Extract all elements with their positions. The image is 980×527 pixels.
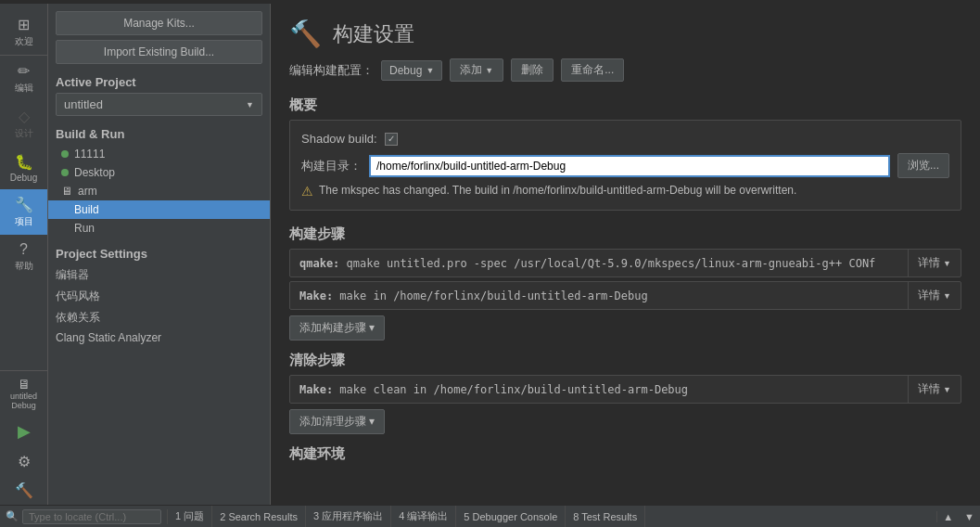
build-step-make: Make: make in /home/forlinx/build-untitl… [289,281,961,310]
run-button[interactable]: ▶ [14,416,34,447]
project-settings-label: Project Settings [48,238,270,264]
hammer-button[interactable]: 🔨 [11,476,37,505]
delete-config-button[interactable]: 删除 [511,58,554,82]
tab-app-output[interactable]: 3 应用程序输出 [306,506,391,527]
settings-link-editor[interactable]: 编辑器 [56,264,262,286]
scroll-down-button[interactable]: ▼ [959,511,980,522]
debug-mini-label: Debug [11,401,36,410]
tab-search-results[interactable]: 2 Search Results [212,506,306,527]
add-arrow-icon: ▼ [485,66,493,75]
build-steps-header: 构建步骤 [271,222,980,249]
bottom-project-area[interactable]: 🖥 untitled Debug [0,370,47,416]
green-dot-icon [61,150,69,158]
project-name: untitled [64,97,103,111]
tree-item-desktop[interactable]: Desktop [48,163,270,182]
sidebar-item-welcome[interactable]: ⊞ 欢迎 [0,9,47,56]
monitor-icon: 🖥 [18,377,31,392]
bottom-bar: 🔍 1 问题 2 Search Results 3 应用程序输出 4 编译输出 … [0,505,980,527]
right-content: 🔨 构建设置 编辑构建配置： Debug ▼ 添加 ▼ 删除 重命名... 概要 [271,4,980,505]
build-dir-label: 构建目录： [301,158,362,174]
tab-issues[interactable]: 1 问题 [168,506,212,527]
build-step-qmake: qmake: qmake untitled.pro -spec /usr/loc… [289,249,961,277]
build-run-label: Build & Run [48,123,270,145]
sidebar-item-debug[interactable]: 🐛 Debug [0,147,47,189]
edit-icon: ✏ [18,62,30,80]
active-project-label: Active Project [48,68,270,93]
sidebar-item-help[interactable]: ? 帮助 [0,235,47,279]
grid-icon: ⊞ [18,16,30,33]
add-config-button[interactable]: 添加 ▼ [450,58,503,82]
overview-section-header: 概要 [271,93,980,120]
settings-link-clang[interactable]: Clang Static Analyzer [56,328,262,347]
settings-link-deps[interactable]: 依赖关系 [56,307,262,328]
dropdown-arrow-icon: ▼ [246,100,254,109]
icon-sidebar: ⊞ 欢迎 ✏ 编辑 ◇ 设计 🐛 Debug 🔧 项目 ? 帮助 [0,4,48,505]
build-dir-input[interactable] [369,155,890,177]
rename-config-button[interactable]: 重命名... [561,58,624,82]
add-clean-step-button[interactable]: 添加清理步骤 ▾ [289,409,385,434]
tab-debugger-console[interactable]: 5 Debugger Console [456,506,566,527]
shadow-build-label: Shadow build: [301,132,377,146]
sidebar-item-project[interactable]: 🔧 项目 [0,189,47,235]
project-dropdown[interactable]: untitled ▼ [56,93,262,116]
warning-text: The mkspec has changed. The build in /ho… [319,184,796,197]
tab-compile-output[interactable]: 4 编译输出 [391,506,456,527]
config-label: 编辑构建配置： [289,62,374,79]
build-settings-icon: 🔨 [289,19,322,49]
make-details-button[interactable]: 详情 ▼ [908,282,961,309]
project-mini-label: untitled [10,392,37,401]
tab-test-results[interactable]: 8 Test Results [566,506,645,527]
add-build-step-button[interactable]: 添加构建步骤 ▾ [289,315,385,341]
search-input[interactable] [22,509,161,524]
left-panel: Manage Kits... Import Existing Build... … [48,4,271,505]
page-title: 构建设置 [333,20,414,48]
clean-details-button[interactable]: 详情 ▼ [908,376,961,403]
clean-details-arrow-icon: ▼ [943,385,951,394]
clean-steps-header: 清除步骤 [271,348,980,375]
search-icon: 🔍 [6,510,19,522]
qmake-details-button[interactable]: 详情 ▼ [908,250,961,276]
tree-item-build[interactable]: Build [48,200,270,219]
design-icon: ◇ [19,108,30,125]
sidebar-item-edit[interactable]: ✏ 编辑 [0,56,47,101]
details-arrow-icon: ▼ [943,259,951,268]
sidebar-item-design[interactable]: ◇ 设计 [0,101,47,147]
config-select-arrow-icon: ▼ [426,66,434,75]
import-build-button[interactable]: Import Existing Build... [56,40,262,64]
debug-icon: 🐛 [15,153,33,171]
clean-step-make: Make: make clean in /home/forlinx/build-… [289,375,961,404]
build-button[interactable]: ⚙ [14,447,34,476]
tree-item-run[interactable]: Run [48,219,270,238]
warning-icon: ⚠ [301,184,313,199]
help-icon: ? [19,241,28,258]
tree-item-arm[interactable]: 🖥 arm [48,182,270,200]
browse-button[interactable]: 浏览... [897,153,949,178]
config-select[interactable]: Debug ▼ [381,60,442,81]
shadow-build-checkbox[interactable]: ✓ [385,133,398,146]
manage-kits-button[interactable]: Manage Kits... [56,11,262,35]
monitor-tree-icon: 🖥 [61,185,72,198]
project-icon: 🔧 [15,196,33,213]
green-dot-2-icon [61,169,69,176]
settings-link-codestyle[interactable]: 代码风格 [56,286,262,307]
build-env-header: 构建环境 [271,442,980,469]
tree-item-11111[interactable]: 11111 [48,145,270,163]
overview-box: Shadow build: ✓ 构建目录： 浏览... ⚠ The mkspec… [289,120,961,211]
scroll-up-button[interactable]: ▲ [937,511,959,522]
make-details-arrow-icon: ▼ [943,291,951,301]
